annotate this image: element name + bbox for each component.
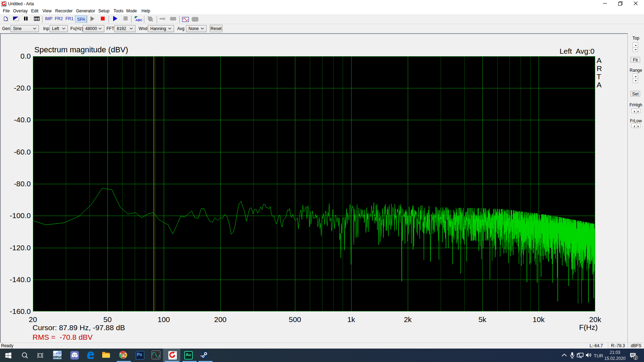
svg-text:ABC: ABC <box>135 18 143 22</box>
